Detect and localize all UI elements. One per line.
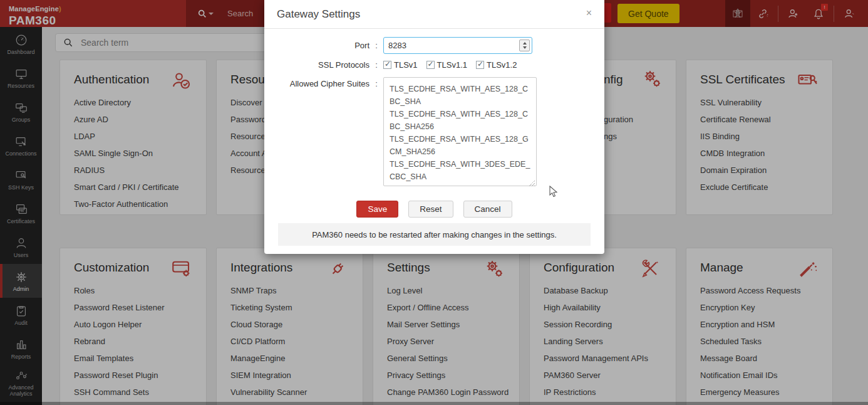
port-label: Port [274, 41, 369, 50]
number-spinner[interactable] [519, 39, 530, 51]
checkbox-tlsv1-1[interactable]: TLSv1.1 [426, 60, 467, 70]
cipher-suites-textarea[interactable]: TLS_ECDHE_RSA_WITH_AES_128_CBC_SHA TLS_E… [383, 77, 537, 186]
dialog-title: Gateway Settings [277, 8, 360, 20]
checkbox-checked-icon[interactable] [383, 61, 391, 69]
resize-handle[interactable] [529, 181, 535, 186]
spinner-up-icon[interactable] [523, 42, 527, 45]
spinner-down-icon[interactable] [523, 46, 527, 49]
restart-note: PAM360 needs to be restarted after makin… [278, 223, 591, 246]
ssl-protocols-label: SSL Protocols [274, 60, 369, 70]
reset-button[interactable]: Reset [408, 201, 453, 218]
gateway-settings-dialog: Gateway Settings × Port : SSL Protocols … [264, 0, 604, 254]
cipher-suites-label: Allowed Cipher Suites [274, 79, 369, 88]
save-button[interactable]: Save [356, 201, 398, 218]
checkbox-checked-icon[interactable] [426, 61, 435, 69]
checkbox-tlsv1-2[interactable]: TLSv1.2 [476, 60, 517, 70]
cancel-button[interactable]: Cancel [463, 201, 512, 218]
bottom-edge [0, 402, 868, 405]
checkbox-checked-icon[interactable] [476, 61, 484, 69]
port-input[interactable] [383, 37, 532, 54]
close-icon[interactable]: × [586, 8, 592, 19]
checkbox-tlsv1[interactable]: TLSv1 [383, 60, 418, 70]
